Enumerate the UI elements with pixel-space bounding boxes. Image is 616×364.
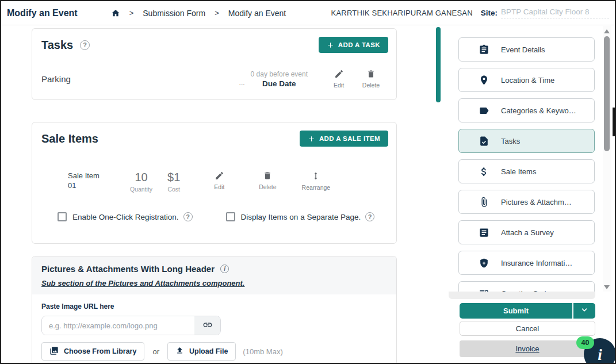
image-url-label: Paste Image URL here bbox=[41, 302, 387, 311]
sale-item-cost: $1 Cost bbox=[167, 171, 180, 193]
breadcrumb-item-modify-event[interactable]: Modify an Event bbox=[228, 9, 286, 18]
sale-item-name: Sale Item 01 bbox=[68, 171, 130, 190]
task-due-value: 0 day before event bbox=[251, 70, 308, 78]
sale-item-delete-button[interactable]: Delete bbox=[243, 171, 292, 191]
pictures-title: Pictures & Attachments With Long Header bbox=[41, 264, 215, 274]
pencil-icon bbox=[215, 171, 224, 181]
plus-icon bbox=[327, 41, 334, 49]
sale-items-title: Sale Items bbox=[41, 132, 98, 145]
cancel-button[interactable]: Cancel bbox=[460, 321, 595, 336]
user-name: KARRTHIK SEKHARIPURAM GANESAN bbox=[331, 9, 473, 17]
top-bar: Modify an Event > Submission Form > Modi… bbox=[1, 1, 615, 25]
scroll-down-arrow[interactable] bbox=[604, 285, 610, 289]
submit-button[interactable]: Submit bbox=[460, 303, 572, 319]
sidebar-item-attach-survey[interactable]: Attach a Survey bbox=[458, 220, 595, 244]
task-due-block: 0 day before event Due Date bbox=[251, 70, 308, 88]
section-navigator: Event Details Location & Time Categories… bbox=[458, 37, 595, 292]
scroll-up-arrow[interactable] bbox=[604, 29, 610, 33]
tasks-help-icon[interactable]: ? bbox=[80, 40, 90, 50]
breadcrumb: > Submission Form > Modify an Event bbox=[111, 9, 286, 18]
plus-icon bbox=[308, 135, 315, 143]
sidebar-item-pictures-attachments[interactable]: Pictures & Attachm… bbox=[458, 190, 595, 214]
or-text: or bbox=[152, 347, 159, 356]
one-click-registration-checkbox[interactable] bbox=[58, 212, 67, 221]
task-name: Parking bbox=[41, 74, 71, 84]
pictures-subtitle: Sub section of the Pictures and Attachme… bbox=[41, 279, 387, 288]
sale-item-row: Sale Item 01 10 Quantity $1 Cost Edit De… bbox=[32, 147, 396, 193]
upload-file-button[interactable]: Upload File bbox=[167, 342, 236, 361]
sidebar-item-tasks[interactable]: Tasks bbox=[458, 129, 595, 153]
sidebar-item-categories-keywords[interactable]: Categories & Keywo… bbox=[458, 98, 595, 122]
trash-icon bbox=[366, 69, 376, 79]
sidebar-footer-strip bbox=[449, 292, 595, 299]
task-edit-button[interactable]: Edit bbox=[323, 69, 355, 89]
one-click-registration-option: Enable One-Click Registration. ? bbox=[58, 212, 193, 221]
location-pin-icon bbox=[478, 75, 489, 86]
site-label: Site: bbox=[481, 9, 498, 17]
shield-plus-icon bbox=[478, 258, 489, 269]
home-icon[interactable] bbox=[111, 9, 120, 18]
sidebar-scrollbar-thumb[interactable] bbox=[436, 27, 441, 102]
page-title: Modify an Event bbox=[7, 8, 78, 18]
chevron-down-icon bbox=[580, 306, 588, 316]
choose-from-library-button[interactable]: Choose From Library bbox=[41, 342, 144, 361]
one-click-help-icon[interactable]: ? bbox=[183, 212, 193, 221]
site-selector[interactable]: BPTP Capital City Floor 8 bbox=[501, 7, 609, 18]
submit-split-button[interactable]: Submit bbox=[460, 303, 595, 319]
library-icon bbox=[49, 346, 59, 357]
separate-page-option: Display Items on a Separate Page. ? bbox=[226, 212, 375, 221]
sidebar-item-insurance-information[interactable]: Insurance Informati… bbox=[458, 251, 595, 275]
add-task-button[interactable]: ADD A TASK bbox=[319, 37, 388, 53]
link-icon bbox=[202, 320, 213, 332]
breadcrumb-separator: > bbox=[129, 9, 134, 17]
breadcrumb-separator: > bbox=[215, 9, 219, 17]
tasks-card: Tasks ? ADD A TASK Parking ... 0 day bef… bbox=[32, 28, 397, 100]
tag-icon bbox=[478, 105, 489, 116]
pictures-info-icon[interactable]: i bbox=[220, 265, 229, 273]
vertical-arrows-icon bbox=[311, 171, 320, 181]
task-row: Parking ... 0 day before event Due Date … bbox=[32, 53, 396, 89]
pencil-icon bbox=[334, 69, 344, 79]
sale-items-card: Sale Items ADD A SALE ITEM Sale Item 01 … bbox=[32, 122, 397, 244]
notification-badge: 40 bbox=[576, 336, 594, 349]
pictures-card-header: Pictures & Attachments With Long Header … bbox=[32, 256, 396, 294]
image-url-input[interactable] bbox=[42, 316, 194, 335]
window-scrollbar[interactable] bbox=[603, 26, 611, 292]
trash-icon bbox=[263, 171, 272, 181]
task-ellipsis: ... bbox=[239, 79, 245, 87]
link-icon-button[interactable] bbox=[194, 316, 220, 335]
dollar-icon bbox=[478, 166, 489, 177]
task-check-icon bbox=[478, 136, 489, 147]
separate-page-checkbox[interactable] bbox=[226, 212, 235, 221]
task-delete-button[interactable]: Delete bbox=[355, 69, 387, 89]
app-window: Modify an Event > Submission Form > Modi… bbox=[0, 0, 616, 364]
task-due-label: Due Date bbox=[262, 79, 296, 88]
tasks-title: Tasks bbox=[41, 39, 73, 52]
max-size-text: (10mb Max) bbox=[243, 347, 282, 356]
sale-item-edit-button[interactable]: Edit bbox=[195, 171, 243, 191]
survey-doc-icon bbox=[478, 227, 489, 238]
sidebar-item-partial[interactable]: Question Seri… bbox=[458, 281, 595, 292]
pictures-card: Pictures & Attachments With Long Header … bbox=[32, 256, 397, 364]
breadcrumb-item-submission-form[interactable]: Submission Form bbox=[143, 9, 205, 18]
sidebar-item-event-details[interactable]: Event Details bbox=[458, 37, 595, 62]
info-icon: i bbox=[598, 347, 602, 363]
window-edge-notch bbox=[613, 108, 615, 136]
upload-icon bbox=[175, 346, 184, 357]
sale-item-rearrange-handle[interactable]: Rearrange bbox=[292, 171, 340, 191]
invoice-button[interactable]: Invoice bbox=[460, 340, 595, 357]
sidebar-item-location-time[interactable]: Location & Time bbox=[458, 68, 595, 92]
clipboard-icon bbox=[478, 44, 489, 55]
separate-page-help-icon[interactable]: ? bbox=[365, 212, 374, 221]
sale-item-quantity: 10 Quantity bbox=[130, 171, 152, 193]
paperclip-icon bbox=[478, 197, 489, 208]
add-sale-item-button[interactable]: ADD A SALE ITEM bbox=[300, 131, 388, 147]
window-scrollbar-thumb[interactable] bbox=[604, 36, 610, 151]
sidebar-item-sale-items[interactable]: Sale Items bbox=[458, 159, 595, 183]
submit-dropdown-toggle[interactable] bbox=[573, 303, 595, 319]
